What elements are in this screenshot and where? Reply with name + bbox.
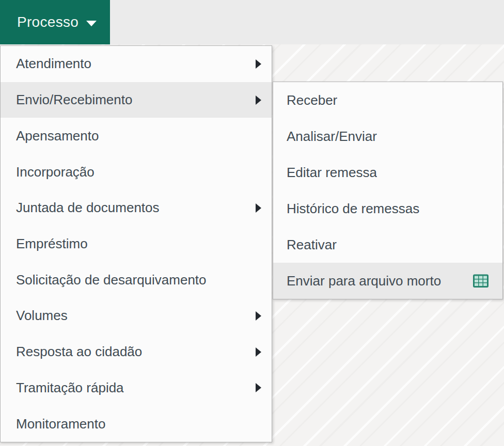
submenu-arrow-icon — [256, 59, 261, 69]
submenu-arrow-icon — [256, 347, 261, 357]
menu-item-label: Histórico de remessas — [287, 201, 419, 217]
submenu-arrow-icon — [256, 383, 261, 392]
menu-item-label: Volumes — [16, 308, 68, 324]
envio-recebimento-item-reativar[interactable]: Reativar — [273, 227, 502, 263]
menu-item-label: Monitoramento — [16, 416, 105, 432]
processo-menu-item-tramitacao-rapida[interactable]: Tramitação rápida — [1, 370, 272, 406]
menu-item-label: Empréstimo — [16, 236, 88, 252]
menu-item-label: Juntada de documentos — [16, 200, 160, 216]
processo-menu-item-monitoramento[interactable]: Monitoramento — [1, 406, 272, 442]
submenu-arrow-icon — [256, 203, 261, 213]
processo-menu-item-resposta-ao-cidadao[interactable]: Resposta ao cidadão — [1, 334, 272, 370]
envio-recebimento-item-analisar-enviar[interactable]: Analisar/Enviar — [273, 118, 502, 154]
table-icon — [472, 274, 489, 289]
menu-item-label: Incorporação — [16, 164, 94, 180]
processo-menu-button[interactable]: Processo — [0, 0, 110, 44]
menu-item-label: Envio/Recebimento — [16, 92, 132, 108]
processo-menu-item-incorporacao[interactable]: Incorporação — [1, 154, 272, 190]
submenu-arrow-icon — [256, 95, 261, 105]
menu-item-label: Receber — [287, 92, 337, 108]
menu-item-label: Tramitação rápida — [16, 380, 124, 396]
processo-dropdown-menu: AtendimentoEnvio/RecebimentoApensamentoI… — [0, 45, 272, 442]
menu-item-label: Apensamento — [16, 128, 99, 144]
envio-recebimento-item-editar-remessa[interactable]: Editar remessa — [273, 154, 502, 190]
processo-menu-item-volumes[interactable]: Volumes — [1, 298, 272, 334]
menu-item-label: Editar remessa — [287, 165, 377, 181]
envio-recebimento-item-receber[interactable]: Receber — [273, 82, 502, 118]
envio-recebimento-submenu: ReceberAnalisar/EnviarEditar remessaHist… — [273, 82, 503, 299]
menu-item-label: Resposta ao cidadão — [16, 344, 142, 360]
processo-menu-item-atendimento[interactable]: Atendimento — [1, 46, 272, 82]
caret-down-icon — [86, 21, 97, 26]
menu-item-label: Reativar — [287, 237, 337, 253]
menu-item-label: Atendimento — [16, 56, 91, 72]
processo-menu-item-envio-recebimento[interactable]: Envio/Recebimento — [1, 82, 272, 118]
processo-menu-item-solicitacao-de-desarquivamento[interactable]: Solicitação de desarquivamento — [1, 262, 272, 298]
envio-recebimento-item-historico-de-remessas[interactable]: Histórico de remessas — [273, 190, 502, 227]
processo-menu-item-apensamento[interactable]: Apensamento — [1, 118, 272, 154]
menu-item-label: Enviar para arquivo morto — [287, 273, 441, 289]
menu-item-label: Analisar/Enviar — [287, 129, 377, 145]
menu-item-label: Solicitação de desarquivamento — [16, 272, 207, 288]
processo-menu-item-emprestimo[interactable]: Empréstimo — [1, 226, 272, 262]
submenu-arrow-icon — [256, 311, 261, 321]
processo-menu-item-juntada-de-documentos[interactable]: Juntada de documentos — [1, 190, 272, 226]
processo-menu-button-label: Processo — [17, 14, 78, 30]
envio-recebimento-item-enviar-para-arquivo-morto[interactable]: Enviar para arquivo morto — [273, 263, 502, 299]
